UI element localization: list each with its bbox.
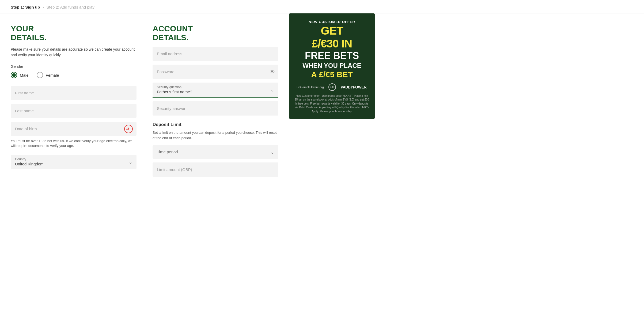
dob-wrapper: 18+ xyxy=(11,122,137,136)
deposit-limit-description: Set a limit on the amount you can deposi… xyxy=(153,130,278,140)
age-warning: You must be over 18 to bet with us. If w… xyxy=(11,139,137,148)
breadcrumb-step1: Step 1: Sign up xyxy=(11,5,40,9)
deposit-limit-title: Deposit Limit xyxy=(153,122,278,127)
ad-main-offer: GET xyxy=(294,25,369,37)
time-period-select[interactable]: Time period ⌄ xyxy=(153,145,278,159)
your-details-title: YOUR DETAILS. xyxy=(11,24,137,42)
gender-female-option[interactable]: Female xyxy=(37,72,59,78)
security-question-value: Father's first name? xyxy=(157,90,192,94)
country-chevron-icon: ⌄ xyxy=(129,160,132,165)
age-badge: 18+ xyxy=(124,125,133,133)
ad-bet-amount: A £/€5 BET xyxy=(294,70,369,79)
security-question-select[interactable]: Security question Father's first name? ⌄ xyxy=(153,83,278,98)
ad-small-text: New Customer offer - Use promo code YSKA… xyxy=(294,94,369,114)
password-toggle-icon[interactable]: 👁 xyxy=(270,69,275,75)
country-label: Country xyxy=(15,157,132,161)
page-layout: YOUR DETAILS. Please make sure your deta… xyxy=(0,13,385,180)
time-period-chevron-icon: ⌄ xyxy=(271,150,274,155)
security-question-chevron-icon: ⌄ xyxy=(271,87,274,92)
last-name-input[interactable] xyxy=(11,104,137,118)
account-details-title: ACCOUNT DETAILS. xyxy=(153,24,278,42)
limit-amount-input[interactable] xyxy=(153,162,278,177)
gender-female-radio[interactable] xyxy=(37,72,43,78)
deposit-limit-section: Deposit Limit Set a limit on the amount … xyxy=(153,122,278,180)
ad-logos: BeGambleAware.org 18+ PADDYPOWER. xyxy=(294,83,369,91)
ad-currency: £/€30 IN xyxy=(294,38,369,50)
time-period-value: Time period xyxy=(157,150,178,154)
email-wrapper xyxy=(153,47,278,61)
gender-male-radio[interactable] xyxy=(11,72,17,78)
breadcrumb-chevron-icon: › xyxy=(43,5,44,9)
email-input[interactable] xyxy=(153,47,278,61)
security-answer-input[interactable] xyxy=(153,101,278,116)
ad-gamble-aware-label: BeGambleAware.org xyxy=(297,86,324,89)
gender-female-label: Female xyxy=(46,73,59,77)
gender-male-label: Male xyxy=(20,73,29,77)
ad-when-you-place: WHEN YOU PLACE xyxy=(294,62,369,69)
gender-label: Gender xyxy=(11,64,137,69)
dob-input[interactable] xyxy=(11,122,137,136)
security-question-label: Security question xyxy=(157,85,274,89)
ad-panel: NEW CUSTOMER OFFER GET £/€30 IN FREE BET… xyxy=(289,13,375,180)
gender-male-option[interactable]: Male xyxy=(11,72,29,78)
security-answer-wrapper xyxy=(153,101,278,116)
password-input[interactable] xyxy=(153,65,278,79)
ad-new-customer-label: NEW CUSTOMER OFFER xyxy=(294,20,369,24)
ad-age-badge: 18+ xyxy=(328,83,336,91)
first-name-input[interactable] xyxy=(11,86,137,100)
your-details-description: Please make sure your details are accura… xyxy=(11,47,137,58)
country-value: United Kingdom xyxy=(15,162,44,166)
account-details-section: ACCOUNT DETAILS. 👁 Security question Fat… xyxy=(153,24,278,180)
main-content: YOUR DETAILS. Please make sure your deta… xyxy=(11,13,278,180)
country-select[interactable]: Country United Kingdom ⌄ xyxy=(11,155,137,169)
breadcrumb-step2: Step 2: Add funds and play xyxy=(47,5,94,9)
breadcrumb: Step 1: Sign up › Step 2: Add funds and … xyxy=(0,0,644,13)
ad-container: NEW CUSTOMER OFFER GET £/€30 IN FREE BET… xyxy=(289,13,375,119)
ad-free-bets: FREE BETS xyxy=(294,51,369,61)
ad-brand-label: PADDYPOWER. xyxy=(341,85,367,89)
your-details-section: YOUR DETAILS. Please make sure your deta… xyxy=(11,24,137,180)
gender-options: Male Female xyxy=(11,72,137,78)
password-wrapper: 👁 xyxy=(153,65,278,79)
